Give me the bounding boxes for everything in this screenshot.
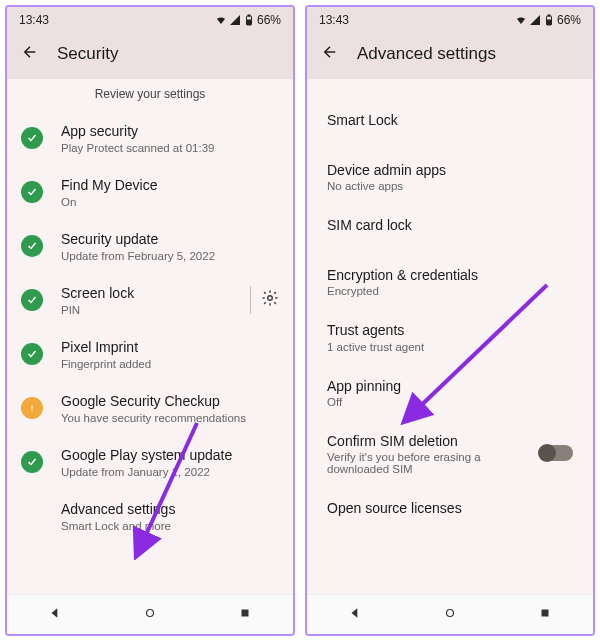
row-subtitle: On xyxy=(61,196,279,208)
row-subtitle: Play Protect scanned at 01:39 xyxy=(61,142,279,154)
check-icon xyxy=(21,235,43,257)
advanced-row[interactable]: Trust agents 1 active trust agent xyxy=(307,309,593,364)
row-title: Encryption & credentials xyxy=(327,266,573,284)
wifi-icon xyxy=(515,14,527,26)
battery-percent: 66% xyxy=(257,13,281,27)
row-title: Advanced settings xyxy=(61,500,279,518)
row-subtitle: Smart Lock and more xyxy=(61,520,279,532)
divider xyxy=(250,286,251,314)
row-subtitle: 1 active trust agent xyxy=(327,341,573,353)
row-title: Pixel Imprint xyxy=(61,338,279,356)
row-subtitle: You have security recommendations xyxy=(61,412,279,424)
setting-row[interactable]: Google Security Checkup You have securit… xyxy=(7,381,293,435)
advanced-row[interactable]: App pinning Off xyxy=(307,365,593,420)
row-title: Open source licenses xyxy=(327,499,573,517)
setting-row[interactable]: Security update Update from February 5, … xyxy=(7,219,293,273)
svg-rect-2 xyxy=(247,20,251,25)
nav-bar xyxy=(307,594,593,634)
header: Advanced settings xyxy=(307,33,593,79)
row-text: App security Play Protect scanned at 01:… xyxy=(61,122,279,153)
row-title: Find My Device xyxy=(61,176,279,194)
status-icons: 66% xyxy=(215,13,281,27)
back-icon[interactable] xyxy=(21,43,39,65)
row-title: App security xyxy=(61,122,279,140)
nav-back-icon[interactable] xyxy=(348,606,362,624)
advanced-row[interactable]: Open source licenses xyxy=(307,487,593,537)
row-title: SIM card lock xyxy=(327,216,573,234)
nav-home-icon[interactable] xyxy=(443,606,457,624)
row-text: Advanced settings Smart Lock and more xyxy=(61,500,279,531)
row-text: Confirm SIM deletion Verify it's you bef… xyxy=(327,432,539,475)
svg-rect-1 xyxy=(248,15,250,16)
row-subtitle: Encrypted xyxy=(327,285,573,297)
row-text: App pinning Off xyxy=(327,377,573,408)
battery-icon xyxy=(243,14,255,26)
row-subtitle: Off xyxy=(327,396,573,408)
row-text: Screen lock PIN xyxy=(61,284,246,315)
svg-point-6 xyxy=(146,609,153,616)
row-subtitle: Update from February 5, 2022 xyxy=(61,250,279,262)
toggle-switch[interactable] xyxy=(539,445,573,461)
row-subtitle: Update from January 1, 2022 xyxy=(61,466,279,478)
signal-icon xyxy=(529,14,541,26)
back-icon[interactable] xyxy=(321,43,339,65)
row-text: Google Security Checkup You have securit… xyxy=(61,392,279,423)
setting-row[interactable]: Pixel Imprint Fingerprint added xyxy=(7,327,293,381)
row-subtitle: Verify it's you before erasing a downloa… xyxy=(327,451,539,475)
advanced-row[interactable]: Smart Lock xyxy=(307,99,593,149)
gear-icon[interactable] xyxy=(261,289,279,311)
nav-bar xyxy=(7,594,293,634)
status-time: 13:43 xyxy=(19,13,49,27)
check-icon xyxy=(21,127,43,149)
phone-security: 13:43 66% Security Review your settings … xyxy=(5,5,295,636)
row-title: Google Security Checkup xyxy=(61,392,279,410)
row-text: Find My Device On xyxy=(61,176,279,207)
advanced-row[interactable]: SIM card lock xyxy=(307,204,593,254)
battery-percent: 66% xyxy=(557,13,581,27)
row-title: Trust agents xyxy=(327,321,573,339)
row-title: Smart Lock xyxy=(327,111,573,129)
row-title: Device admin apps xyxy=(327,161,573,179)
svg-rect-11 xyxy=(547,20,551,25)
page-title: Security xyxy=(57,44,118,64)
subtitle: Review your settings xyxy=(7,79,293,111)
advanced-row[interactable]: Confirm SIM deletion Verify it's you bef… xyxy=(307,420,593,487)
svg-rect-7 xyxy=(242,609,249,616)
setting-row[interactable]: Find My Device On xyxy=(7,165,293,219)
setting-row[interactable]: Google Play system update Update from Ja… xyxy=(7,435,293,489)
row-text: Open source licenses xyxy=(327,499,573,525)
battery-icon xyxy=(543,14,555,26)
row-title: App pinning xyxy=(327,377,573,395)
nav-recent-icon[interactable] xyxy=(538,606,552,624)
row-text: Smart Lock xyxy=(327,111,573,137)
svg-rect-10 xyxy=(548,15,550,16)
setting-row[interactable]: Screen lock PIN xyxy=(7,273,293,327)
row-title: Screen lock xyxy=(61,284,246,302)
check-icon xyxy=(21,181,43,203)
svg-point-12 xyxy=(446,609,453,616)
row-text: Trust agents 1 active trust agent xyxy=(327,321,573,352)
nav-home-icon[interactable] xyxy=(143,606,157,624)
row-title: Google Play system update xyxy=(61,446,279,464)
wifi-icon xyxy=(215,14,227,26)
row-subtitle: PIN xyxy=(61,304,246,316)
svg-rect-13 xyxy=(542,609,549,616)
nav-back-icon[interactable] xyxy=(48,606,62,624)
row-text: SIM card lock xyxy=(327,216,573,242)
svg-point-3 xyxy=(268,296,273,301)
status-time: 13:43 xyxy=(319,13,349,27)
row-text: Device admin apps No active apps xyxy=(327,161,573,192)
warning-icon xyxy=(21,397,43,419)
svg-rect-4 xyxy=(32,405,33,409)
advanced-row[interactable]: Device admin apps No active apps xyxy=(307,149,593,204)
status-icons: 66% xyxy=(515,13,581,27)
header: Security xyxy=(7,33,293,79)
setting-row[interactable]: App security Play Protect scanned at 01:… xyxy=(7,111,293,165)
advanced-row[interactable]: Encryption & credentials Encrypted xyxy=(307,254,593,309)
row-text: Google Play system update Update from Ja… xyxy=(61,446,279,477)
status-bar: 13:43 66% xyxy=(7,7,293,33)
setting-row[interactable]: Advanced settings Smart Lock and more xyxy=(7,489,293,543)
phone-advanced: 13:43 66% Advanced settings Smart Lock D… xyxy=(305,5,595,636)
check-icon xyxy=(21,343,43,365)
nav-recent-icon[interactable] xyxy=(238,606,252,624)
